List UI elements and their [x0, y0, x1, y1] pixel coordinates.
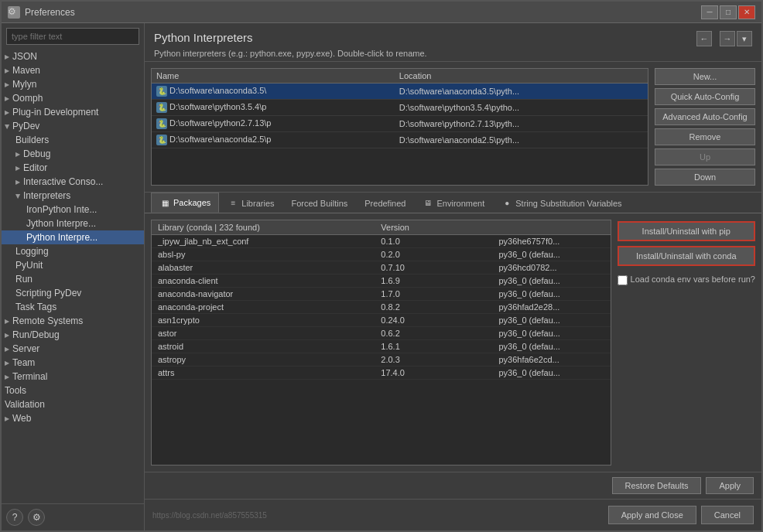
sidebar-item-pydev[interactable]: ▶PyDev: [2, 119, 144, 133]
list-item[interactable]: asn1crypto 0.24.0 py36_0 (defau...: [152, 314, 611, 327]
pkg-version: 0.2.0: [375, 248, 492, 261]
conda-env-checkbox[interactable]: [618, 275, 628, 285]
sidebar-item-web[interactable]: ▶Web: [2, 411, 144, 425]
remove-button[interactable]: Remove: [655, 128, 755, 145]
install-pip-button[interactable]: Install/Uninstall with pip: [618, 221, 755, 241]
filter-input[interactable]: [6, 28, 139, 45]
preferences-icon: ⚙: [8, 6, 20, 19]
sidebar-item-ironpython[interactable]: IronPython Inte...: [2, 203, 144, 217]
restore-defaults-button[interactable]: Restore Defaults: [612, 477, 702, 494]
table-row[interactable]: 🐍D:\software\anaconda3.5\ D:\software\an…: [152, 84, 648, 100]
down-button[interactable]: Down: [655, 169, 755, 186]
list-item[interactable]: anaconda-client 1.6.9 py36_0 (defau...: [152, 275, 611, 288]
help-icon[interactable]: ?: [6, 509, 23, 526]
list-item[interactable]: astropy 2.0.3 py36hfa6e2cd...: [152, 353, 611, 367]
back-arrow[interactable]: ←: [696, 31, 712, 46]
arrow-icon: ▶: [5, 318, 9, 325]
interp-name: 🐍D:\software\python2.7.13\p: [152, 116, 395, 132]
sidebar-item-interactive-console[interactable]: ▶Interactive Conso...: [2, 175, 144, 189]
sidebar-item-pyunit[interactable]: PyUnit: [2, 258, 144, 272]
sidebar-item-team[interactable]: ▶Team: [2, 356, 144, 370]
panel-header: Python Interpreters Python interpreters …: [145, 23, 761, 62]
sidebar-item-interpreters[interactable]: ▶Interpreters: [2, 189, 144, 203]
arrow-icon: ▶: [5, 360, 9, 367]
interp-location: D:\software\python3.5.4\pytho...: [395, 100, 648, 116]
sidebar-item-tools[interactable]: Tools: [2, 384, 144, 397]
maximize-button[interactable]: □: [720, 5, 737, 19]
col-library: Library (conda | 232 found): [152, 220, 375, 234]
nav-menu-arrow[interactable]: ▾: [737, 31, 752, 46]
table-row[interactable]: 🐍D:\software\python2.7.13\p D:\software\…: [152, 116, 648, 132]
sidebar-item-python-interpreters[interactable]: Python Interpre...: [2, 230, 144, 244]
sidebar-item-run[interactable]: Run: [2, 272, 144, 286]
sidebar-item-terminal[interactable]: ▶Terminal: [2, 370, 144, 384]
sidebar-item-remote-systems[interactable]: ▶Remote Systems: [2, 314, 144, 328]
apply-close-button[interactable]: Apply and Close: [608, 506, 696, 524]
arrow-icon: ▶: [5, 81, 9, 88]
cancel-button[interactable]: Cancel: [701, 506, 754, 524]
close-button[interactable]: ✕: [738, 5, 755, 19]
pkg-library: absl-py: [152, 248, 375, 261]
table-row[interactable]: 🐍D:\software\python3.5.4\p D:\software\p…: [152, 100, 648, 116]
sidebar-item-validation[interactable]: Validation: [2, 397, 144, 411]
sidebar-bottom: ? ⚙: [2, 503, 144, 530]
new-button[interactable]: New...: [655, 68, 755, 85]
tab-packages[interactable]: ▦ Packages: [151, 193, 219, 213]
apply-button[interactable]: Apply: [706, 477, 754, 494]
footer-right: Apply and Close Cancel: [608, 506, 754, 524]
pkg-extra: py36hcd0782...: [492, 261, 610, 274]
arrow-icon: ▶: [15, 179, 20, 186]
list-item[interactable]: astor 0.6.2 py36_0 (defau...: [152, 327, 611, 340]
forward-arrow[interactable]: →: [720, 31, 735, 46]
tab-forced-builtins[interactable]: Forced Builtins: [283, 194, 357, 212]
sidebar-item-debug[interactable]: ▶Debug: [2, 147, 144, 161]
bottom-bar: Restore Defaults Apply: [145, 472, 761, 499]
list-item[interactable]: anaconda-project 0.8.2 py36hfad2e28...: [152, 301, 611, 314]
pkg-version: 0.8.2: [375, 301, 492, 313]
sidebar-item-mylyn[interactable]: ▶Mylyn: [2, 77, 144, 91]
arrow-icon: ▶: [5, 95, 9, 102]
list-item[interactable]: alabaster 0.7.10 py36hcd0782...: [152, 261, 611, 275]
list-item[interactable]: _ipyw_jlab_nb_ext_conf 0.1.0 py36he6757f…: [152, 235, 611, 248]
interp-location: D:\software\anaconda3.5\pyth...: [395, 84, 648, 100]
tab-predefined[interactable]: Predefined: [356, 194, 414, 212]
packages-table-header: Library (conda | 232 found) Version: [152, 220, 611, 235]
list-item[interactable]: astroid 1.6.1 py36_0 (defau...: [152, 340, 611, 353]
sidebar-item-jython[interactable]: Jython Interpre...: [2, 217, 144, 230]
settings-icon[interactable]: ⚙: [28, 509, 45, 526]
sidebar-item-plugin-dev[interactable]: ▶Plug-in Development: [2, 105, 144, 119]
sidebar-item-logging[interactable]: Logging: [2, 244, 144, 258]
dialog-footer: https://blog.csdn.net/a857555315 Apply a…: [145, 499, 761, 530]
sidebar-item-editor[interactable]: ▶Editor: [2, 161, 144, 175]
sidebar-item-task-tags[interactable]: Task Tags: [2, 300, 144, 314]
list-item[interactable]: absl-py 0.2.0 py36_0 (defau...: [152, 248, 611, 261]
window-title: Preferences: [25, 7, 75, 18]
sidebar-item-maven[interactable]: ▶Maven: [2, 63, 144, 77]
table-row[interactable]: 🐍D:\software\anaconda2.5\p D:\software\a…: [152, 132, 648, 148]
arrow-icon: ▶: [15, 193, 22, 198]
minimize-button[interactable]: ─: [701, 5, 718, 19]
sidebar-item-run-debug[interactable]: ▶Run/Debug: [2, 328, 144, 342]
quick-auto-config-button[interactable]: Quick Auto-Config: [655, 88, 755, 105]
tab-libraries[interactable]: ≡ Libraries: [219, 193, 282, 213]
packages-table-body[interactable]: _ipyw_jlab_nb_ext_conf 0.1.0 py36he6757f…: [152, 235, 611, 465]
list-item[interactable]: attrs 17.4.0 py36_0 (defau...: [152, 367, 611, 380]
pkg-version: 1.6.9: [375, 275, 492, 287]
sidebar-item-builders[interactable]: Builders: [2, 133, 144, 147]
tab-string-substitution[interactable]: ● String Substitution Variables: [493, 193, 630, 213]
sidebar: ▶JSON ▶Maven ▶Mylyn ▶Oomph ▶Plug-in Deve…: [2, 23, 145, 530]
sidebar-item-server[interactable]: ▶Server: [2, 342, 144, 356]
up-button[interactable]: Up: [655, 148, 755, 165]
col-name: Name: [152, 69, 395, 84]
sidebar-item-oomph[interactable]: ▶Oomph: [2, 91, 144, 105]
pkg-library: astropy: [152, 353, 375, 366]
sidebar-item-json[interactable]: ▶JSON: [2, 49, 144, 63]
advanced-auto-config-button[interactable]: Advanced Auto-Config: [655, 108, 755, 125]
arrow-icon: ▶: [4, 124, 11, 128]
tab-environment[interactable]: 🖥 Environment: [414, 193, 493, 213]
interp-name: 🐍D:\software\anaconda2.5\p: [152, 132, 395, 148]
install-conda-button[interactable]: Install/Uninstall with conda: [618, 246, 755, 266]
list-item[interactable]: anaconda-navigator 1.7.0 py36_0 (defau..…: [152, 288, 611, 301]
sidebar-item-scripting-pydev[interactable]: Scripting PyDev: [2, 286, 144, 300]
panel-title: Python Interpreters: [154, 31, 427, 44]
